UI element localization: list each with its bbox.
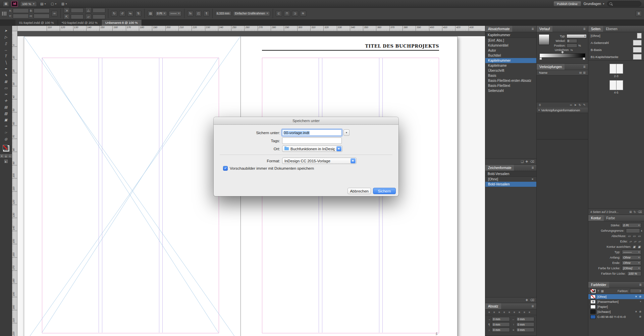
stroke-panel-tab[interactable]: Kontur [588,215,603,221]
stroke-color-icon[interactable]: ▨ [147,11,154,16]
edit-original-icon[interactable]: ✎ [583,103,586,107]
align-icon[interactable]: ≡ [507,311,511,314]
spacing-field[interactable]: 6,333 mm [215,11,231,16]
view-options-dropdown[interactable]: ▤▼ [39,2,47,6]
swatch-item[interactable]: C=80 M=60 Y=0 K=0 ⊘ [588,314,644,319]
gradient-stop[interactable] [539,57,542,60]
tab-absatzformate[interactable]: Absatzformate [485,26,512,32]
text-wrap-icon[interactable]: ¶ [203,11,210,16]
apply-gradient-icon[interactable]: ▨ [4,154,8,158]
reference-point-proxy[interactable] [2,12,7,15]
vertical-ruler[interactable]: 0102030405060708090100110120130140150160… [12,31,17,336]
tab-absatz[interactable]: Absatz [485,303,501,309]
character-style-item[interactable]: Bold-Versalien [485,182,536,187]
preview-checkbox[interactable]: ✓ [223,166,228,171]
align-icon[interactable]: ≡ [528,311,531,314]
scale-y-field[interactable] [71,14,84,19]
tab-zeichenformate[interactable]: Zeichenformate [485,165,514,171]
paragraph-style-item[interactable]: Überschrift [485,68,536,73]
character-style-item[interactable]: [Ohne] ✕ [485,177,536,182]
tab-farbfelder[interactable]: Farbfelder [588,282,609,288]
direct-selection-tool[interactable]: ▷ [2,34,10,40]
active-character-style[interactable]: Bold-Versalien [485,171,536,177]
line-tool[interactable]: ╲ [2,59,10,65]
publish-online-button[interactable]: Publish Online [553,1,581,6]
master-page-item[interactable]: B1-Kapitelstartseite [588,53,644,60]
page-tool[interactable]: ▯ [2,40,10,46]
cancel-button[interactable]: Abbrechen [347,188,371,194]
reverse-gradient-icon[interactable]: ⇋ [571,48,573,52]
rectangle-tool[interactable]: ▭ [2,85,10,91]
gradient-ramp[interactable] [539,53,585,58]
align-icon[interactable]: ≡ [518,311,521,314]
paragraph-style-item[interactable]: Kapitelname [485,63,536,68]
swatch-item[interactable]: [Schwarz] ✕ ⊘ [588,309,644,314]
eyedropper-tool[interactable]: ✑ [2,123,10,129]
link-info-header[interactable]: ▸ Verknüpfungsinformationen [537,108,588,113]
paragraph-spacing-field[interactable]: ¶ 0 mm [487,322,510,327]
ruler-origin-corner[interactable] [12,26,17,31]
links-list[interactable] [537,75,588,102]
align-icon[interactable]: ≡ [487,311,491,314]
type-tool[interactable]: T [2,53,10,59]
panel-menu-icon[interactable]: ≣ [531,166,535,169]
panel-menu-icon[interactable]: ≣ [582,27,587,31]
style-group-icon[interactable]: ❑ [521,160,524,163]
control-panel-menu-icon[interactable]: ≣ [636,11,642,16]
arrange-documents-dropdown[interactable]: ▥▼ [60,2,68,6]
delete-style-icon[interactable]: ⌫ [530,298,534,302]
flip-vertical-icon[interactable]: ⇅ [135,11,142,16]
shear-angle-field[interactable] [93,14,105,19]
effects-icon[interactable]: fx [187,11,194,16]
pencil-tool[interactable]: ✎ [2,72,10,78]
stroke-style-dropdown[interactable]: ───▼ [169,11,181,16]
gradient-tool[interactable]: ▤ [2,104,10,110]
update-link-icon[interactable]: ↻ [579,103,581,107]
paragraph-spacing-field[interactable]: → 0 mm [487,317,510,321]
align-center-icon[interactable]: ⊓ [284,11,290,16]
flip-horizontal-icon[interactable]: ⇋ [127,11,133,16]
workspace-dropdown[interactable]: Grundlagen▼ [584,2,605,6]
paragraph-style-item[interactable]: Autor [485,48,536,53]
fill-stroke-proxy[interactable] [2,144,10,152]
zoom-level-dropdown[interactable]: 100 %▼ [20,1,37,7]
app-grid-icon[interactable]: ▦ [3,1,9,7]
zoom-tool[interactable]: ◎ [2,136,10,142]
paragraph-style-item[interactable]: Kapitelnummer [485,58,536,63]
swatch-item[interactable]: [Ohne] ✕ ⊘ [588,294,644,299]
paragraph-style-item[interactable]: Kolumnentitel [485,43,536,48]
gradient-type-dropdown[interactable]: ▼ [567,34,587,38]
object-style-dropdown[interactable]: Einfacher Grafikrahmen▼ [233,11,270,16]
swatch-item[interactable]: [Papier] [588,304,644,309]
scissors-tool[interactable]: ✂ [2,91,10,97]
tint-field[interactable]: ▼ [630,289,642,293]
pages-panel-tab[interactable]: Ebenen [603,26,620,32]
document-tab[interactable]: Unbenannt-8 @ 100 % [102,19,142,26]
tab-verlauf[interactable]: Verlauf [537,26,552,32]
gradient-angle-field[interactable]: 0 [567,39,577,43]
search-box[interactable] [607,1,641,6]
paragraph-spacing-field[interactable]: ↑ 0 mm [512,322,534,327]
sort-status-icon[interactable]: ▤ [579,71,582,74]
panel-menu-icon[interactable]: ≣ [638,283,643,286]
master-page-item[interactable]: A-Seitenzahl [588,39,644,46]
paragraph-spacing-field[interactable]: ↓ 0 mm [487,328,510,332]
selection-tool[interactable]: ➤ [2,27,10,34]
paragraph-style-item[interactable]: Basis-Fließtext-erster-Absatz [485,78,536,83]
align-icon[interactable]: ≡ [523,311,526,314]
master-page-item[interactable]: B-Basis [588,46,644,53]
page-transitions-icon[interactable]: ⊞ [629,210,632,214]
align-right-icon[interactable]: ⊐ [292,11,298,16]
paragraph-style-item[interactable]: [Einf. Abs.] [485,38,536,43]
paragraph-style-item[interactable]: Seitenzahl [485,88,536,93]
format-popup[interactable]: InDesign CC 2015-Vorlage [282,158,357,164]
master-page-item[interactable]: [Ohne] [588,32,644,39]
paragraph-style-item[interactable]: Buchtitel [485,53,536,58]
stroke-weight-dropdown[interactable]: 0 Pt▼ [155,11,167,16]
paragraph-style-item[interactable]: Basis-Fließtext [485,83,536,88]
pages-panel-tab[interactable]: Seiten [588,26,603,32]
rotate-90-cw-icon[interactable]: ↻ [111,11,117,16]
gradient-feather-tool[interactable]: ▨ [2,110,10,116]
gap-tool[interactable]: ↔ [2,47,10,53]
normal-view-mode-icon[interactable]: ◧ [4,160,8,163]
